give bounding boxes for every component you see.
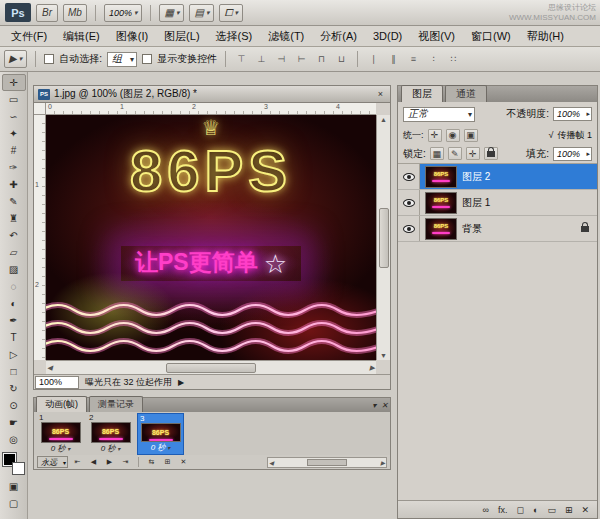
background-color-swatch[interactable] xyxy=(12,462,25,475)
distribute-center-icon[interactable]: ∥ xyxy=(386,53,401,66)
gradient-tool[interactable]: ▨ xyxy=(2,261,26,278)
eyedropper-tool[interactable]: ✑ xyxy=(2,159,26,176)
menu-item-3d[interactable]: 3D(D) xyxy=(365,27,410,45)
marquee-tool[interactable]: ▭ xyxy=(2,91,26,108)
menu-item-view[interactable]: 视图(V) xyxy=(410,26,463,47)
menu-item-edit[interactable]: 编辑(E) xyxy=(55,26,108,47)
align-top-edges-icon[interactable]: ⊤ xyxy=(234,53,249,66)
layer-name[interactable]: 图层 1 xyxy=(462,196,490,210)
next-frame-icon[interactable]: ⇥ xyxy=(119,456,132,468)
document-title[interactable]: 1.jpg @ 100% (图层 2, RGB/8) * xyxy=(54,87,197,101)
frames-scrollbar[interactable]: ◀▶ xyxy=(267,457,387,468)
panel-close-icon[interactable]: ✕ xyxy=(381,401,388,410)
frame-thumbnail[interactable]: 86PS xyxy=(41,422,81,443)
eraser-tool[interactable]: ▱ xyxy=(2,244,26,261)
brush-tool[interactable]: ✎ xyxy=(2,193,26,210)
mini-bridge-button[interactable]: Mb xyxy=(63,4,87,22)
frame-delay-dropdown[interactable]: 0 秒▾ xyxy=(101,443,121,455)
close-icon[interactable]: × xyxy=(375,89,386,99)
delete-layer-icon[interactable]: ✕ xyxy=(581,505,589,515)
visibility-toggle[interactable] xyxy=(398,164,420,189)
path-selection-tool[interactable]: ▷ xyxy=(2,346,26,363)
3d-orbit-tool[interactable]: ⊙ xyxy=(2,397,26,414)
menu-item-layer[interactable]: 图层(L) xyxy=(156,26,207,47)
align-vertical-centers-icon[interactable]: ⊓ xyxy=(314,53,329,66)
layer-style-icon[interactable]: fx. xyxy=(498,505,508,515)
pen-tool[interactable]: ✒ xyxy=(2,312,26,329)
show-transform-checkbox[interactable] xyxy=(142,54,152,64)
lock-all-icon[interactable] xyxy=(484,147,498,160)
fill-value[interactable]: 100% xyxy=(553,147,592,161)
status-flyout-icon[interactable]: ▶ xyxy=(178,378,184,387)
layer-thumbnail[interactable]: 86PS xyxy=(425,166,457,188)
tool-preset-picker[interactable]: ▶▾ xyxy=(4,50,27,68)
healing-brush-tool[interactable]: ✚ xyxy=(2,176,26,193)
quick-selection-tool[interactable]: ✦ xyxy=(2,125,26,142)
visibility-toggle[interactable] xyxy=(398,190,420,215)
animation-frame-1[interactable]: 1 86PS 0 秒▾ xyxy=(37,413,84,455)
quick-mask-button[interactable]: ▣ xyxy=(2,478,26,495)
opacity-value[interactable]: 100% xyxy=(553,107,592,121)
scroll-down-icon[interactable]: ▼ xyxy=(380,352,387,359)
scroll-right-icon[interactable]: ▶ xyxy=(380,459,385,466)
panel-menu-icon[interactable]: ▾ xyxy=(372,401,376,410)
clone-stamp-tool[interactable]: ♜ xyxy=(2,210,26,227)
canvas[interactable]: ♕ 86PS 让PS更简单☆ xyxy=(46,115,376,360)
horizontal-scrollbar[interactable]: ◀▶ xyxy=(46,360,376,374)
arrange-documents-button[interactable]: ▦▾ xyxy=(159,4,184,22)
view-extras-button[interactable]: ▤▾ xyxy=(189,4,214,22)
align-left-edges-icon[interactable]: ⊣ xyxy=(274,53,289,66)
first-frame-icon[interactable]: ⇤ xyxy=(71,456,84,468)
menu-item-select[interactable]: 选择(S) xyxy=(208,26,261,47)
align-horizontal-centers-icon[interactable]: ⊔ xyxy=(334,53,349,66)
scroll-up-icon[interactable]: ▲ xyxy=(380,116,387,123)
history-brush-tool[interactable]: ↶ xyxy=(2,227,26,244)
tab-layers[interactable]: 图层 xyxy=(401,85,443,102)
type-tool[interactable]: T xyxy=(2,329,26,346)
zoom-tool[interactable]: ◎ xyxy=(2,431,26,448)
distribute-left-icon[interactable]: ∣ xyxy=(366,53,381,66)
layer-row-layer2-selected[interactable]: 86PS 图层 2 xyxy=(398,164,597,190)
unify-visibility-icon[interactable]: ◉ xyxy=(446,129,460,142)
scroll-left-icon[interactable]: ◀ xyxy=(47,364,52,372)
frame-thumbnail[interactable]: 86PS xyxy=(141,423,181,442)
blur-tool[interactable]: ◌ xyxy=(2,278,26,295)
hand-tool[interactable]: ☛ xyxy=(2,414,26,431)
layer-thumbnail[interactable]: 86PS xyxy=(425,218,457,240)
loop-count-dropdown[interactable]: 永远 xyxy=(37,456,68,468)
previous-frame-icon[interactable]: ◀ xyxy=(87,456,100,468)
lock-image-pixels-icon[interactable]: ✎ xyxy=(448,147,462,160)
scroll-left-icon[interactable]: ◀ xyxy=(269,459,274,466)
tab-channels[interactable]: 通道 xyxy=(445,85,487,102)
adjustment-layer-icon[interactable]: ◐ xyxy=(533,505,538,515)
3d-rotate-tool[interactable]: ↻ xyxy=(2,380,26,397)
play-icon[interactable]: ▶ xyxy=(103,456,116,468)
layer-row-layer1[interactable]: 86PS 图层 1 xyxy=(398,190,597,216)
frame-thumbnail[interactable]: 86PS xyxy=(91,422,131,443)
lock-transparent-pixels-icon[interactable]: ▦ xyxy=(430,147,444,160)
layer-group-icon[interactable]: ▭ xyxy=(547,505,556,515)
screen-mode-button[interactable]: ⧠▾ xyxy=(219,4,243,22)
animation-frame-3-selected[interactable]: 3 86PS 0 秒▾ xyxy=(137,413,184,455)
tween-icon[interactable]: ⇆ xyxy=(145,456,158,468)
align-right-edges-icon[interactable]: ⊢ xyxy=(294,53,309,66)
lasso-tool[interactable]: ∽ xyxy=(2,108,26,125)
layer-thumbnail[interactable]: 86PS xyxy=(425,192,457,214)
animation-frame-2[interactable]: 2 86PS 0 秒▾ xyxy=(87,413,134,455)
layer-name[interactable]: 背景 xyxy=(462,222,482,236)
shape-tool[interactable]: □ xyxy=(2,363,26,380)
scrollbar-thumb[interactable] xyxy=(166,363,256,373)
frame-delay-dropdown[interactable]: 0 秒▾ xyxy=(51,443,71,455)
menu-item-filter[interactable]: 滤镜(T) xyxy=(260,26,312,47)
blend-mode-dropdown[interactable]: 正常 xyxy=(403,107,475,122)
vertical-scrollbar[interactable]: ▲▼ xyxy=(376,115,390,360)
new-layer-icon[interactable]: ⊞ xyxy=(565,505,573,515)
distribute-top-icon[interactable]: ∶ xyxy=(426,53,441,66)
scrollbar-thumb[interactable] xyxy=(307,459,347,466)
lock-position-icon[interactable]: ✛ xyxy=(466,147,480,160)
unify-position-icon[interactable]: ✛ xyxy=(428,129,442,142)
unify-style-icon[interactable]: ▣ xyxy=(464,129,478,142)
tab-animation-frames[interactable]: 动画(帧) xyxy=(36,396,87,412)
link-layers-icon[interactable]: ∞ xyxy=(483,505,489,515)
delete-frame-icon[interactable]: ✕ xyxy=(177,456,190,468)
